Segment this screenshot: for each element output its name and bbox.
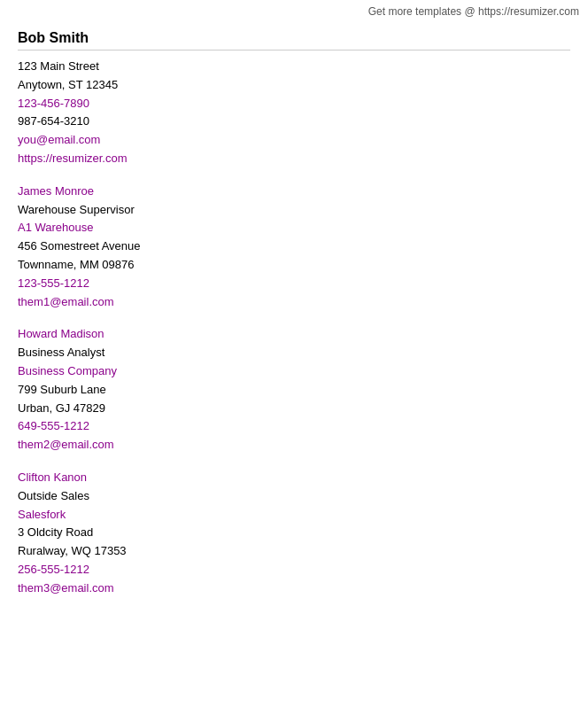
- reference-section-1: Howard Madison Business Analyst Business…: [18, 325, 570, 455]
- ref-phone-0: 123-555-1212: [18, 275, 570, 293]
- ref-name-2: Clifton Kanon: [18, 469, 570, 487]
- ref-title-2: Outside Sales: [18, 487, 570, 506]
- person-phone1: 123-456-7890: [18, 95, 570, 113]
- ref-address2-0: Townname, MM 09876: [18, 256, 570, 275]
- reference-section-2: Clifton Kanon Outside Sales Salesfork 3 …: [18, 469, 570, 598]
- ref-name-0: James Monroe: [18, 183, 570, 201]
- ref-title-1: Business Analyst: [18, 344, 570, 362]
- main-content: Bob Smith 123 Main Street Anytown, ST 12…: [0, 21, 588, 630]
- ref-phone-1: 649-555-1212: [18, 417, 570, 436]
- person-phone2: 987-654-3210: [18, 113, 570, 131]
- promo-bar: Get more templates @ https://resumizer.c…: [0, 0, 588, 21]
- ref-email-link-0[interactable]: them1@email.com: [18, 295, 114, 308]
- promo-text: Get more templates @ https://resumizer.c…: [368, 5, 579, 18]
- divider: [18, 50, 570, 51]
- ref-name-1: Howard Madison: [18, 325, 570, 344]
- ref-title-0: Warehouse Supervisor: [18, 201, 570, 220]
- person-website-link[interactable]: https://resumizer.com: [18, 152, 128, 165]
- ref-address2-2: Ruralway, WQ 17353: [18, 542, 570, 561]
- ref-address2-1: Urban, GJ 47829: [18, 400, 570, 418]
- reference-section-0: James Monroe Warehouse Supervisor A1 War…: [18, 183, 570, 312]
- person-email-link[interactable]: you@email.com: [18, 133, 100, 146]
- person-name: Bob Smith: [18, 30, 570, 46]
- references-container: James Monroe Warehouse Supervisor A1 War…: [18, 183, 570, 598]
- ref-company-0: A1 Warehouse: [18, 219, 570, 237]
- ref-address1-2: 3 Oldcity Road: [18, 524, 570, 542]
- person-address2: Anytown, ST 12345: [18, 76, 570, 95]
- ref-company-1: Business Company: [18, 362, 570, 381]
- ref-address1-1: 799 Suburb Lane: [18, 381, 570, 400]
- ref-phone-2: 256-555-1212: [18, 561, 570, 579]
- ref-address1-0: 456 Somestreet Avenue: [18, 237, 570, 256]
- ref-email-link-2[interactable]: them3@email.com: [18, 581, 114, 595]
- person-section: Bob Smith 123 Main Street Anytown, ST 12…: [18, 30, 570, 168]
- ref-company-2: Salesfork: [18, 506, 570, 525]
- person-address1: 123 Main Street: [18, 58, 570, 76]
- ref-email-link-1[interactable]: them2@email.com: [18, 438, 114, 451]
